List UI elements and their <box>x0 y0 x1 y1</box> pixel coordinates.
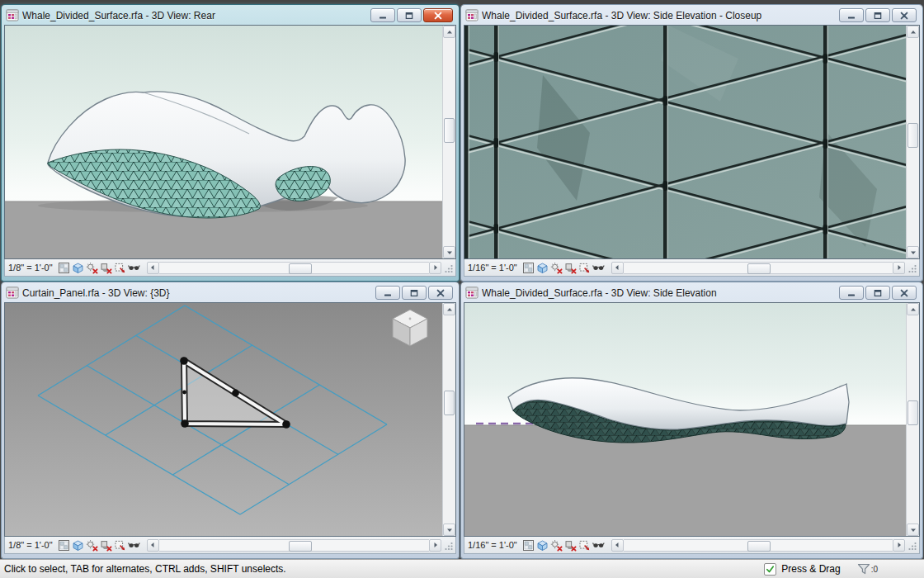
horizontal-scrollbar[interactable] <box>611 539 905 552</box>
window-title: Whale_Divided_Surface.rfa - 3D View: Sid… <box>482 10 836 21</box>
horizontal-scroll-thumb[interactable] <box>747 263 771 274</box>
temporary-hide-isolate-icon[interactable] <box>128 262 140 274</box>
view-control-icons <box>522 262 610 274</box>
temporary-hide-isolate-icon[interactable] <box>128 539 140 552</box>
scroll-left-arrow[interactable] <box>147 539 159 552</box>
resize-grip[interactable] <box>443 539 454 552</box>
vertical-scrollbar[interactable] <box>442 26 455 258</box>
titlebar[interactable]: Whale_Divided_Surface.rfa - 3D View: Rea… <box>4 6 456 25</box>
titlebar[interactable]: Whale_Divided_Surface.rfa - 3D View: Sid… <box>464 283 920 302</box>
scroll-left-arrow[interactable] <box>611 539 624 552</box>
scroll-up-arrow[interactable] <box>443 303 455 315</box>
view-control-bar: 1/8" = 1'-0" <box>4 537 456 554</box>
viewport-panel-3d[interactable] <box>4 302 456 537</box>
scroll-down-arrow[interactable] <box>907 246 919 258</box>
sun-path-icon[interactable] <box>550 262 563 274</box>
window-title: Curtain_Panel.rfa - 3D View: {3D} <box>22 287 372 299</box>
detail-level-icon[interactable] <box>522 539 535 552</box>
scroll-right-arrow[interactable] <box>893 539 905 552</box>
horizontal-scroll-thumb[interactable] <box>747 541 771 552</box>
scale-button[interactable]: 1/16" = 1'-0" <box>466 540 521 550</box>
shadows-icon[interactable] <box>564 539 577 552</box>
crop-view-icon[interactable] <box>114 539 126 552</box>
minimize-button[interactable] <box>370 8 395 22</box>
detail-level-icon[interactable] <box>522 262 535 274</box>
scroll-up-arrow[interactable] <box>907 303 919 315</box>
maximize-button[interactable] <box>865 286 890 300</box>
view-control-bar: 1/16" = 1'-0" <box>464 537 920 554</box>
visual-style-icon[interactable] <box>72 539 84 552</box>
resize-grip[interactable] <box>907 262 917 274</box>
scroll-right-arrow[interactable] <box>893 262 905 274</box>
resize-grip[interactable] <box>443 262 454 274</box>
scroll-down-arrow[interactable] <box>443 246 455 258</box>
window-curtain-panel-3d[interactable]: Curtain_Panel.rfa - 3D View: {3D} <box>2 282 459 558</box>
selection-filter[interactable]: :0 <box>857 563 878 575</box>
shadows-icon[interactable] <box>564 262 577 274</box>
crop-view-icon[interactable] <box>114 262 126 274</box>
crop-view-icon[interactable] <box>578 262 591 274</box>
horizontal-scroll-thumb[interactable] <box>289 541 312 552</box>
minimize-button[interactable] <box>839 286 864 300</box>
close-button[interactable] <box>423 8 453 22</box>
window-rear-3d-view[interactable]: Whale_Divided_Surface.rfa - 3D View: Rea… <box>2 5 459 281</box>
visual-style-icon[interactable] <box>536 262 549 274</box>
close-button[interactable] <box>892 8 917 22</box>
scroll-left-arrow[interactable] <box>611 262 624 274</box>
scale-button[interactable]: 1/8" = 1'-0" <box>7 263 56 272</box>
panel-closeup-rendering <box>464 26 906 258</box>
vertical-scroll-thumb[interactable] <box>908 400 918 425</box>
scroll-up-arrow[interactable] <box>443 26 455 38</box>
vertical-scrollbar[interactable] <box>442 303 455 536</box>
minimize-button[interactable] <box>375 286 400 300</box>
visual-style-icon[interactable] <box>536 539 549 552</box>
temporary-hide-isolate-icon[interactable] <box>592 262 605 274</box>
scroll-up-arrow[interactable] <box>907 26 919 38</box>
scroll-down-arrow[interactable] <box>907 524 919 536</box>
scroll-left-arrow[interactable] <box>147 262 159 274</box>
maximize-button[interactable] <box>402 286 427 300</box>
viewport-closeup[interactable] <box>464 25 920 259</box>
shadows-icon[interactable] <box>100 539 112 552</box>
shadows-icon[interactable] <box>100 262 112 274</box>
horizontal-scrollbar[interactable] <box>611 262 905 274</box>
press-drag-checkbox[interactable] <box>764 563 776 576</box>
window-side-elevation[interactable]: Whale_Divided_Surface.rfa - 3D View: Sid… <box>461 282 922 558</box>
sun-path-icon[interactable] <box>86 262 98 274</box>
scroll-right-arrow[interactable] <box>429 262 441 274</box>
titlebar[interactable]: Whale_Divided_Surface.rfa - 3D View: Sid… <box>464 6 920 25</box>
close-button[interactable] <box>892 286 917 300</box>
vertical-scroll-thumb[interactable] <box>908 123 918 148</box>
detail-level-icon[interactable] <box>58 262 70 274</box>
viewport-rear-3d[interactable] <box>4 25 456 259</box>
sun-path-icon[interactable] <box>86 539 98 552</box>
horizontal-scrollbar[interactable] <box>147 262 441 274</box>
horizontal-scrollbar[interactable] <box>147 539 441 552</box>
vertical-scrollbar[interactable] <box>906 303 919 536</box>
revit-family-file-icon <box>465 9 478 21</box>
scroll-right-arrow[interactable] <box>429 539 441 552</box>
resize-grip[interactable] <box>907 539 917 552</box>
rear-3d-rendering <box>5 26 442 258</box>
sun-path-icon[interactable] <box>550 539 563 552</box>
crop-view-icon[interactable] <box>578 539 591 552</box>
detail-level-icon[interactable] <box>58 539 70 552</box>
scroll-down-arrow[interactable] <box>443 524 455 536</box>
minimize-button[interactable] <box>839 8 864 22</box>
vertical-scroll-thumb[interactable] <box>444 118 455 143</box>
maximize-button[interactable] <box>397 8 422 22</box>
viewport-side-elevation[interactable] <box>464 302 920 537</box>
titlebar[interactable]: Curtain_Panel.rfa - 3D View: {3D} <box>4 283 456 302</box>
close-button[interactable] <box>428 286 453 300</box>
horizontal-scroll-thumb[interactable] <box>289 263 312 274</box>
view-control-bar: 1/8" = 1'-0" <box>4 259 456 277</box>
vertical-scrollbar[interactable] <box>906 26 919 258</box>
scale-button[interactable]: 1/16" = 1'-0" <box>466 263 521 272</box>
visual-style-icon[interactable] <box>72 262 84 274</box>
temporary-hide-isolate-icon[interactable] <box>592 539 605 552</box>
window-side-elevation-closeup[interactable]: Whale_Divided_Surface.rfa - 3D View: Sid… <box>461 5 922 281</box>
scale-button[interactable]: 1/8" = 1'-0" <box>7 540 56 550</box>
maximize-button[interactable] <box>865 8 890 22</box>
vertical-scroll-thumb[interactable] <box>444 391 455 415</box>
window-controls <box>370 8 453 22</box>
